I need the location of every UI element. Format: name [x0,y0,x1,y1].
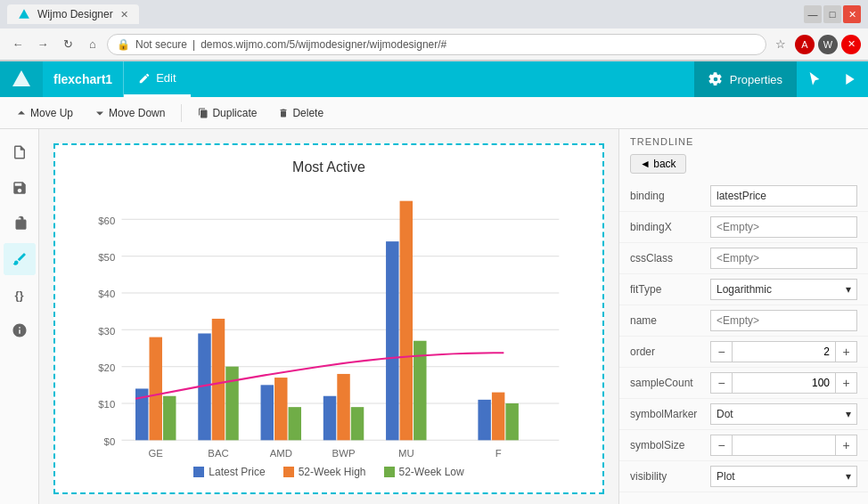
symbolMarker-select[interactable]: Dot ▾ [710,403,857,425]
order-value: 2 [733,345,835,358]
symbolSize-minus-btn[interactable]: − [711,435,733,455]
wijmo-logo [9,67,34,92]
legend-dot-latest [193,467,204,477]
svg-rect-18 [163,396,176,441]
fitType-dropdown-icon: ▾ [846,283,851,296]
symbolMarker-value: Dot [717,408,733,420]
svg-text:GE: GE [149,448,164,459]
edit-icon [138,72,151,85]
reload-btn[interactable]: ↻ [57,34,78,55]
back-button[interactable]: ◄ back [630,154,686,174]
prop-label-sampleCount: sampleCount [630,377,710,389]
tab-close-btn[interactable]: ✕ [120,9,128,20]
bookmark-btn[interactable]: ☆ [770,34,791,55]
address-bar[interactable]: 🔒 Not secure | demos.wijmo.com/5/wijmode… [107,34,766,55]
prop-value-name [710,310,857,331]
edit-tab-btn[interactable]: Edit [124,61,190,97]
prop-label-symbolSize: symbolSize [630,439,710,451]
sidebar-save-icon[interactable] [4,172,36,204]
prop-row-binding: binding [619,181,868,212]
svg-rect-32 [492,393,504,441]
order-stepper: − 2 + [710,341,857,362]
chart-title: Most Active [70,159,588,175]
svg-text:$50: $50 [98,252,115,263]
arrow-right-btn[interactable] [832,61,868,97]
forward-btn[interactable]: → [32,34,53,55]
fitType-select[interactable]: Logarithmic ▾ [710,279,857,300]
move-down-icon [94,108,105,118]
info-icon [12,322,28,338]
svg-text:MU: MU [398,448,414,459]
cssClass-input[interactable] [710,248,857,269]
sampleCount-plus-btn[interactable]: + [835,373,856,393]
order-plus-btn[interactable]: + [835,342,856,362]
prop-label-order: order [630,345,710,358]
properties-panel-btn[interactable]: Properties [694,61,797,97]
paint-icon [12,251,28,267]
prop-value-symbolSize: − + [710,435,857,456]
properties-label: Properties [730,73,782,86]
ext-btn-2[interactable]: W [818,35,838,54]
svg-rect-21 [225,367,238,441]
legend-item-latest: Latest Price [193,466,265,478]
panel-section-title: TRENDLINE [619,129,868,150]
prop-label-binding: binding [630,190,710,202]
home-btn[interactable]: ⌂ [82,34,103,55]
svg-text:$0: $0 [104,436,116,447]
legend-label-latest: Latest Price [209,466,265,478]
pointer-icon [807,72,822,86]
move-up-btn[interactable]: Move Up [7,103,82,123]
svg-text:$20: $20 [98,362,115,373]
sidebar-paint-icon[interactable] [4,243,36,275]
new-file-icon [12,144,28,160]
back-btn[interactable]: ← [7,34,29,55]
bindingX-input[interactable] [710,216,857,238]
sidebar-code-icon[interactable]: {} [4,279,36,311]
svg-rect-20 [212,319,225,440]
sidebar-new-icon[interactable] [4,136,36,168]
window-close-btn[interactable]: ✕ [843,5,861,23]
order-minus-btn[interactable]: − [711,342,733,362]
url-separator: | [192,38,195,51]
symbolMarker-dropdown-icon: ▾ [846,408,851,420]
prop-row-sampleCount: sampleCount − 100 + [619,368,868,399]
svg-rect-33 [505,403,518,440]
app-brand-name: flexchart1 [43,72,123,86]
svg-rect-26 [337,374,349,440]
sampleCount-stepper: − 100 + [710,372,857,394]
fitType-value: Logarithmic [717,283,772,296]
toolbar: Move Up Move Down Duplicate Delete [0,97,868,129]
prop-row-visibility: visibility Plot ▾ [619,461,868,492]
svg-rect-23 [274,378,287,440]
ext-btn-3[interactable]: ✕ [841,35,861,54]
pointer-tool-btn[interactable] [797,61,832,97]
duplicate-btn[interactable]: Duplicate [189,103,266,123]
edit-label: Edit [156,71,176,85]
move-down-btn[interactable]: Move Down [86,103,174,123]
name-input[interactable] [710,310,857,331]
prop-label-fitType: fitType [630,283,710,296]
symbolSize-plus-btn[interactable]: + [835,435,856,455]
duplicate-label: Duplicate [212,107,257,119]
prop-value-bindingX [710,216,857,238]
svg-text:F: F [495,448,502,459]
ext-btn-1[interactable]: A [795,35,815,54]
bar-chart-svg: $0 $10 $20 $30 $40 $50 $60 [70,183,588,459]
sampleCount-minus-btn[interactable]: − [711,373,733,393]
delete-btn[interactable]: Delete [269,103,332,123]
visibility-select[interactable]: Plot ▾ [710,466,857,487]
prop-value-order: − 2 + [710,341,857,362]
window-minimize-btn[interactable]: — [804,5,822,23]
sidebar-briefcase-icon[interactable] [4,207,36,240]
prop-label-name: name [630,314,710,327]
sidebar-info-icon[interactable] [4,314,36,346]
prop-label-symbolMarker: symbolMarker [630,408,710,420]
browser-tab[interactable]: Wijmo Designer ✕ [7,4,139,24]
binding-input[interactable] [710,185,857,207]
svg-rect-24 [289,407,301,440]
sampleCount-value: 100 [733,377,835,389]
window-maximize-btn[interactable]: □ [823,5,841,23]
move-up-label: Move Up [30,107,73,119]
code-braces-icon: {} [14,289,23,302]
arrow-right-icon [843,72,857,86]
